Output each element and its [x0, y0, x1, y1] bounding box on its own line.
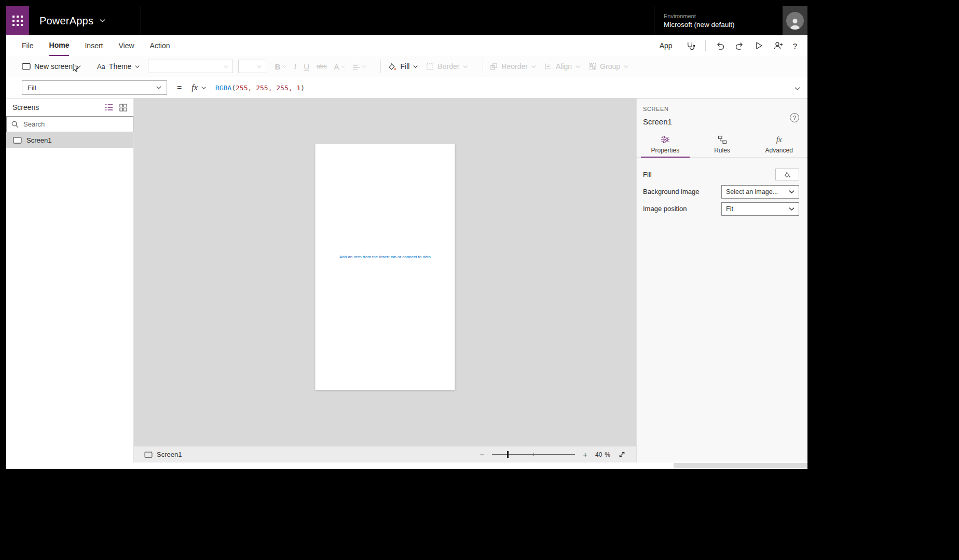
grid-view-icon[interactable] [119, 104, 127, 111]
formula-arguments: 255, 255, 255, 1 [236, 84, 300, 92]
chevron-down-icon [156, 86, 161, 89]
panel-tabs: Properties Rules fx Advanced [637, 132, 807, 158]
underline-button: U [304, 62, 309, 71]
background-image-select[interactable]: Select an image... [721, 185, 799, 199]
person-icon [788, 16, 802, 30]
new-screen-button[interactable]: New screen [22, 62, 81, 71]
zoom-slider[interactable] [492, 450, 575, 459]
environment-name: Microsoft (new default) [664, 21, 769, 29]
chevron-down-icon [135, 65, 140, 68]
chevron-down-icon [341, 65, 345, 68]
chevron-down-icon [224, 65, 228, 68]
zoom-unit: % [605, 451, 610, 458]
app-checker-icon[interactable] [686, 40, 695, 51]
avatar [786, 12, 804, 30]
fill-property-label: Fill [643, 171, 652, 178]
rules-flow-icon [718, 135, 727, 144]
tab-rules[interactable]: Rules [694, 132, 751, 157]
play-preview-icon[interactable] [754, 40, 763, 51]
search-icon [11, 121, 19, 128]
align-button: Align [544, 62, 580, 71]
chevron-down-icon [531, 65, 536, 68]
zoom-out-button[interactable]: − [480, 451, 484, 458]
tab-properties[interactable]: Properties [637, 132, 694, 157]
formula-expand-chevron[interactable] [794, 83, 800, 92]
screens-title: Screens [12, 103, 39, 111]
current-screen-label: Screen1 [157, 451, 182, 458]
workspace: Screens Screen1 [6, 99, 807, 463]
screen-icon [144, 452, 153, 458]
fill-bucket-icon [784, 171, 791, 178]
horizontal-scrollbar-thumb[interactable] [674, 463, 807, 468]
menu-item-home[interactable]: Home [49, 35, 70, 56]
waffle-menu-button[interactable] [6, 6, 29, 35]
topbar: PowerApps Environment Microsoft (new def… [6, 6, 807, 35]
mouse-cursor-graphic [73, 63, 79, 73]
environment-selector[interactable]: Environment Microsoft (new default) [654, 6, 783, 35]
formula-input[interactable]: RGBA(255, 255, 255, 1) [215, 84, 305, 92]
menu-item-view[interactable]: View [118, 35, 134, 56]
redo-icon[interactable] [735, 40, 744, 51]
zoom-percentage: 40 % [595, 451, 610, 458]
current-screen-indicator: Screen1 [144, 451, 182, 458]
fx-dropdown[interactable]: fx [191, 83, 206, 92]
chevron-down-icon [624, 65, 628, 68]
chevron-down-icon [282, 65, 286, 68]
screen-design-surface[interactable]: Add an item from the Insert tab or conne… [316, 144, 455, 390]
account-button[interactable] [783, 6, 807, 35]
zoom-in-button[interactable]: + [583, 451, 587, 458]
menu-item-action[interactable]: Action [150, 35, 170, 56]
environment-label: Environment [664, 13, 769, 19]
app-label: App [660, 41, 673, 50]
canvas-statusbar: Screen1 − + 40 % [134, 446, 636, 463]
theme-label: Theme [109, 62, 132, 71]
waffle-icon [12, 16, 23, 26]
bold-button: B [275, 62, 286, 71]
horizontal-scrollbar [6, 463, 807, 469]
zoom-slider-handle[interactable] [507, 451, 509, 458]
tab-advanced[interactable]: fx Advanced [750, 132, 807, 157]
menu-item-insert[interactable]: Insert [85, 35, 103, 56]
property-fields: Fill Background image Select an image...… [643, 166, 799, 217]
panel-help-icon[interactable]: ? [790, 113, 799, 122]
chevron-down-icon [463, 65, 468, 68]
menubar-divider [705, 40, 706, 51]
border-icon [426, 63, 434, 71]
screens-panel-header: Screens [6, 99, 133, 116]
fill-button[interactable]: Fill [388, 62, 418, 71]
fx-icon: fx [191, 83, 198, 92]
app-title: PowerApps [39, 15, 93, 27]
chevron-down-icon [413, 65, 418, 68]
formula-bar: Fill = fx RGBA(255, 255, 255, 1) [6, 77, 807, 99]
topbar-right: Environment Microsoft (new default) [654, 6, 807, 35]
screen-list-item-screen1[interactable]: Screen1 [6, 132, 133, 148]
ribbon-divider [483, 60, 483, 73]
border-button: Border [426, 62, 468, 71]
property-selector[interactable]: Fill [22, 80, 167, 95]
strikethrough-label: abc [317, 63, 326, 70]
font-family-select [148, 60, 233, 73]
help-icon[interactable]: ? [793, 40, 797, 51]
fit-to-window-icon[interactable] [618, 449, 626, 460]
zoom-slider-tick [533, 453, 534, 456]
font-size-select [238, 60, 266, 73]
image-position-value: Fit [726, 205, 733, 213]
search-input[interactable] [23, 120, 128, 128]
undo-icon[interactable] [716, 40, 725, 51]
background-image-label: Background image [643, 188, 699, 195]
share-add-person-icon[interactable] [773, 40, 783, 51]
fx-icon: fx [776, 135, 782, 144]
menu-item-file[interactable]: File [22, 35, 34, 56]
list-view-icon[interactable] [105, 104, 113, 111]
property-selector-value: Fill [28, 84, 36, 92]
screens-search [6, 116, 133, 132]
app-title-dropdown[interactable]: PowerApps [29, 6, 141, 35]
background-image-row: Background image Select an image... [643, 183, 799, 200]
background-image-value: Select an image... [726, 188, 778, 195]
strikethrough-button: abc [317, 63, 326, 70]
chevron-down-icon [201, 87, 206, 89]
theme-button[interactable]: Aa Theme [97, 62, 140, 71]
image-position-select[interactable]: Fit [721, 202, 799, 216]
fill-color-button[interactable] [775, 169, 799, 180]
ribbon-divider [90, 60, 90, 73]
